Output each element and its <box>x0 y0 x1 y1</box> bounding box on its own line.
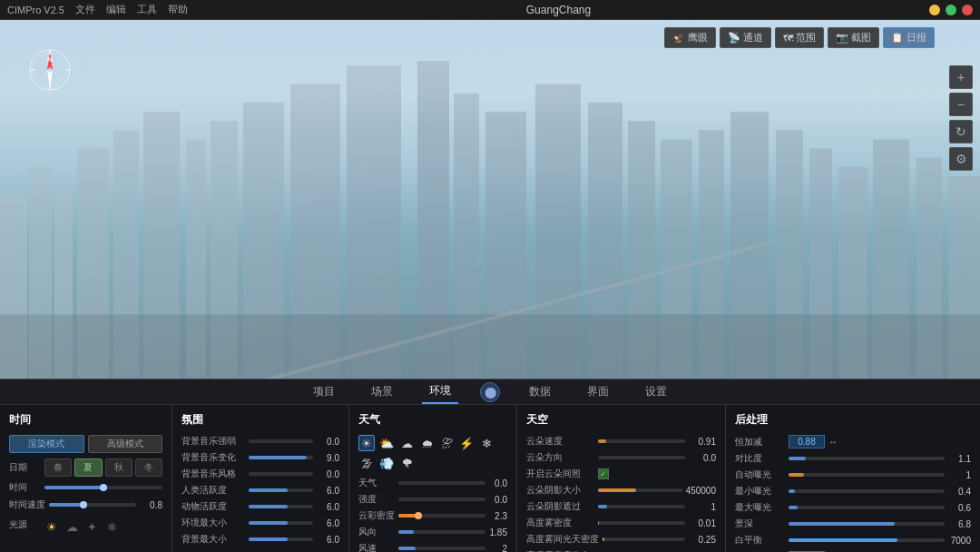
sky-slider-5[interactable] <box>598 521 685 525</box>
post-label-6: 白平衡 <box>735 534 785 547</box>
post-slider-3[interactable] <box>789 489 945 493</box>
toolbar-range[interactable]: 🗺 范围 <box>775 27 824 48</box>
toolbar-screenshot[interactable]: 📷 截图 <box>828 27 879 48</box>
weather-slider-1[interactable] <box>398 498 485 501</box>
weather-fog-icon[interactable]: 🌫 <box>358 455 375 471</box>
menu-tools[interactable]: 工具 <box>137 3 157 16</box>
weather-storm-icon[interactable]: 🌪 <box>398 455 415 471</box>
env-slider-1[interactable] <box>249 456 313 459</box>
env-panel-title: 氛围 <box>181 412 339 428</box>
settings-icon[interactable]: ⚙ <box>949 147 973 171</box>
weather-sunny-icon[interactable]: ☀ <box>358 435 375 451</box>
weather-slider-0[interactable] <box>398 481 485 485</box>
tab-interface[interactable]: 界面 <box>580 380 616 403</box>
zoom-out-button[interactable]: − <box>949 93 973 116</box>
env-slider-6[interactable] <box>249 537 313 541</box>
summer-btn[interactable]: 夏 <box>74 458 102 477</box>
env-row-4: 动物活跃度 6.0 <box>181 500 339 513</box>
weather-cloud-icon[interactable]: ☁ <box>398 435 415 451</box>
weather-wind-icon[interactable]: 💨 <box>378 455 395 471</box>
sky-slider-3[interactable] <box>598 488 682 492</box>
channel-icon: 📡 <box>728 32 740 44</box>
close-button[interactable] <box>962 5 973 15</box>
env-slider-4[interactable] <box>249 505 313 508</box>
snowflake-icon[interactable]: ❄ <box>104 519 119 534</box>
toolbar-eagle-eye[interactable]: 🦅 鹰眼 <box>664 27 716 48</box>
rotate-button[interactable]: ↻ <box>949 120 973 143</box>
sky-row-4: 云朵阴影遮过 1 <box>526 500 716 513</box>
sun-icon[interactable]: ☀ <box>44 519 59 534</box>
star-icon[interactable]: ✦ <box>84 519 99 534</box>
weather-slider-2[interactable] <box>398 514 485 518</box>
tab-settings[interactable]: 设置 <box>638 380 674 403</box>
cloud-checkbox[interactable]: ✓ <box>598 468 609 479</box>
sky-slider-4[interactable] <box>598 505 685 508</box>
weather-snow-icon[interactable]: ❄ <box>478 435 495 451</box>
sky-row-6: 高度雾间光天密度 0.25 <box>526 533 716 546</box>
tab-scene[interactable]: 场景 <box>364 380 400 403</box>
tab-project[interactable]: 项目 <box>306 380 342 403</box>
env-label-0: 背景音乐强弱 <box>181 435 245 448</box>
weather-row-1: 强度 0.0 <box>358 493 507 506</box>
env-slider-3[interactable] <box>249 488 313 492</box>
tab-environment[interactable]: 环境 <box>422 380 458 404</box>
weather-row-3: 风向 1.85 <box>358 526 507 538</box>
post-arrow-icon: ↔ <box>828 437 838 447</box>
sky-panel-title: 天空 <box>526 412 716 428</box>
maximize-button[interactable] <box>946 5 956 15</box>
light-icons: ☀ ☁ ✦ ❄ <box>44 519 119 534</box>
post-slider-2[interactable] <box>789 473 945 477</box>
post-slider-6[interactable] <box>789 538 945 542</box>
menu-file[interactable]: 文件 <box>75 3 95 16</box>
weather-icon-row: ☀ ⛅ ☁ 🌧 ⛈ ⚡ ❄ 🌫 💨 🌪 <box>358 435 507 471</box>
env-slider-0[interactable] <box>249 439 313 443</box>
toolbar-channel[interactable]: 📡 通道 <box>720 27 771 48</box>
time-slider-fill <box>44 486 103 489</box>
time-speed-handle[interactable] <box>80 501 87 508</box>
post-label-3: 最小曝光 <box>735 485 785 498</box>
post-value-5: 6.8 <box>948 519 971 529</box>
toolbar-report[interactable]: 📋 日报 <box>883 27 935 48</box>
menu-help[interactable]: 帮助 <box>168 3 188 16</box>
post-input-0[interactable] <box>789 435 825 448</box>
weather-thunder-icon[interactable]: ⚡ <box>458 435 475 451</box>
post-slider-5[interactable] <box>789 522 945 526</box>
time-slider[interactable] <box>44 486 162 489</box>
cloud-icon[interactable]: ☁ <box>64 519 79 534</box>
advanced-mode-btn[interactable]: 高级模式 <box>88 435 163 453</box>
eagle-eye-icon: 🦅 <box>672 32 685 44</box>
weather-slider-3[interactable] <box>398 530 485 534</box>
right-tools: + − ↻ ⚙ <box>949 65 973 171</box>
menu-edit[interactable]: 编辑 <box>106 3 126 16</box>
winter-btn[interactable]: 冬 <box>135 458 162 477</box>
env-slider-5[interactable] <box>249 521 313 525</box>
env-value-2: 0.0 <box>317 469 339 479</box>
sky-label-5: 高度雾密度 <box>526 517 594 529</box>
post-slider-4[interactable] <box>789 506 945 509</box>
weather-rain-icon[interactable]: 🌧 <box>418 435 435 451</box>
weather-slider-4[interactable] <box>398 547 485 550</box>
sky-row-3: 云朵阴影大小 450000 <box>526 484 716 497</box>
sky-value-3: 450000 <box>686 486 716 496</box>
spring-btn[interactable]: 春 <box>44 458 72 477</box>
time-row: 时间 <box>9 481 162 494</box>
render-mode-btn[interactable]: 渲染模式 <box>9 435 84 453</box>
post-slider-1[interactable] <box>789 457 945 460</box>
tab-data[interactable]: 数据 <box>522 380 558 403</box>
nav-circle-icon[interactable]: ⬤ <box>480 382 500 402</box>
autumn-btn[interactable]: 秋 <box>105 458 132 477</box>
main-viewport[interactable]: N 🦅 鹰眼 📡 通道 🗺 范围 📷 截图 📋 日报 + − ↻ ⚙ <box>0 20 980 379</box>
env-slider-2[interactable] <box>249 472 313 476</box>
weather-partcloud-icon[interactable]: ⛅ <box>378 435 395 451</box>
weather-value-3: 1.85 <box>489 527 507 537</box>
minimize-button[interactable] <box>929 5 940 15</box>
sky-slider-0[interactable] <box>598 439 685 443</box>
env-value-1: 9.0 <box>317 453 339 463</box>
weather-heavyrain-icon[interactable]: ⛈ <box>438 435 455 451</box>
sky-slider-6[interactable] <box>603 537 685 541</box>
sky-slider-1[interactable] <box>598 456 685 459</box>
time-speed-slider[interactable] <box>49 503 136 507</box>
zoom-in-button[interactable]: + <box>949 65 973 89</box>
time-slider-handle[interactable] <box>100 484 107 491</box>
titlebar-left: CIMPro V2.5 文件 编辑 工具 帮助 <box>7 3 188 16</box>
